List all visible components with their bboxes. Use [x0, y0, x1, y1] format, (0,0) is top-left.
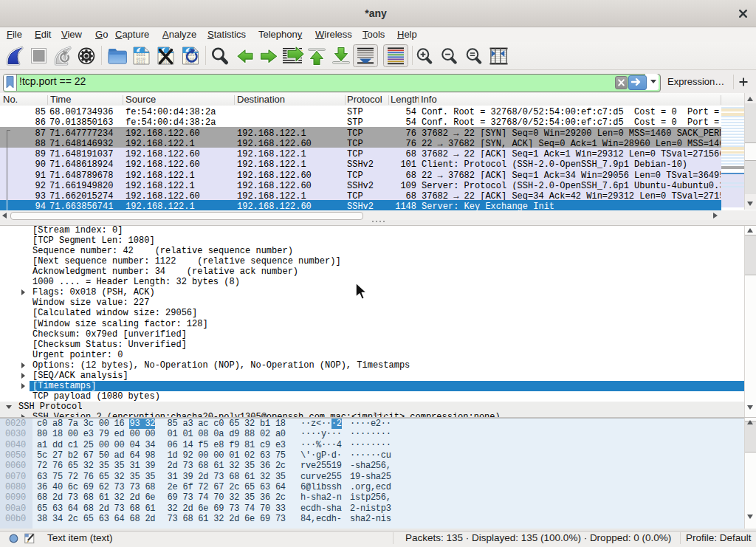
svg-text:0111: 0111 [136, 61, 145, 66]
